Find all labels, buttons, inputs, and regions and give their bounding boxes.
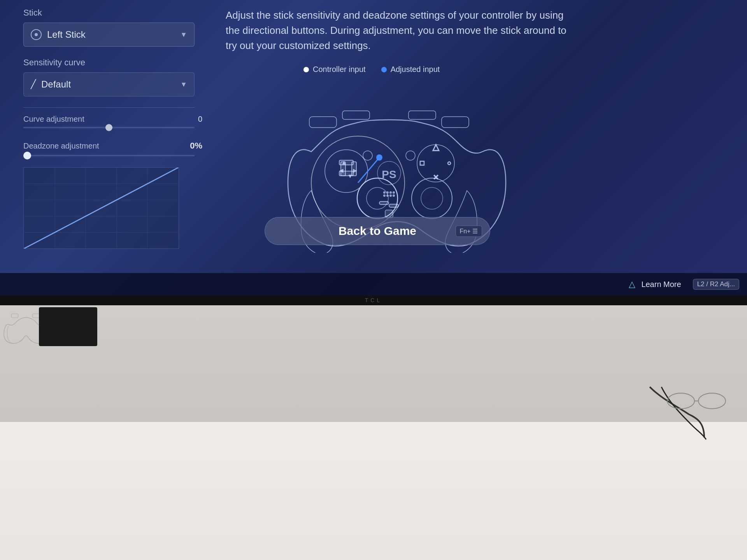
svg-text:✕: ✕ bbox=[433, 173, 439, 181]
svg-rect-42 bbox=[389, 204, 398, 207]
chevron-down-icon-2: ▼ bbox=[180, 80, 187, 89]
svg-point-34 bbox=[387, 192, 388, 193]
sensitivity-curve-graph bbox=[23, 167, 179, 249]
svg-point-25 bbox=[412, 178, 452, 219]
svg-point-44 bbox=[406, 151, 415, 160]
stick-label: Stick bbox=[23, 8, 202, 18]
divider bbox=[23, 107, 195, 108]
tv-bezel-bottom: TCL bbox=[0, 296, 747, 305]
svg-point-26 bbox=[421, 187, 443, 209]
svg-rect-50 bbox=[11, 314, 18, 318]
svg-text:▲: ▲ bbox=[342, 161, 346, 165]
svg-point-48 bbox=[376, 154, 382, 161]
curve-slider-thumb[interactable] bbox=[105, 124, 112, 131]
svg-rect-12 bbox=[442, 117, 469, 128]
black-device bbox=[39, 307, 97, 346]
left-panel: Stick Left Stick ▼ Sensitivity curve ╱ D… bbox=[23, 8, 202, 249]
deadzone-value: 0% bbox=[190, 141, 202, 151]
svg-point-38 bbox=[387, 195, 388, 196]
svg-point-24 bbox=[366, 187, 388, 209]
fn-shortcut-badge: Fn+ ☰ bbox=[456, 226, 482, 237]
right-panel: Adjust the stick sensitivity and deadzon… bbox=[226, 8, 731, 261]
svg-rect-11 bbox=[342, 111, 370, 119]
svg-point-35 bbox=[390, 192, 391, 193]
input-legend: Controller input Adjusted input bbox=[303, 65, 731, 74]
sensitivity-label: Sensitivity curve bbox=[23, 58, 202, 68]
diagonal-line-icon: ╱ bbox=[31, 79, 36, 89]
svg-point-37 bbox=[384, 195, 385, 196]
svg-line-9 bbox=[24, 168, 178, 248]
controller-input-dot bbox=[303, 67, 309, 72]
svg-text:□: □ bbox=[420, 159, 424, 167]
svg-point-53 bbox=[698, 393, 726, 409]
adjusted-input-legend: Adjusted input bbox=[381, 65, 440, 74]
sensitivity-curve-dropdown[interactable]: ╱ Default ▼ bbox=[23, 72, 195, 96]
svg-text:▶: ▶ bbox=[353, 168, 356, 173]
deadzone-slider[interactable] bbox=[23, 155, 195, 156]
adjusted-input-dot bbox=[381, 67, 387, 72]
svg-text:▼: ▼ bbox=[348, 174, 352, 178]
deadzone-label: Deadzone adjustment bbox=[23, 142, 99, 150]
glasses-item bbox=[665, 389, 728, 414]
svg-rect-13 bbox=[409, 111, 436, 119]
stick-icon bbox=[31, 29, 42, 40]
svg-line-47 bbox=[358, 158, 379, 183]
svg-point-33 bbox=[384, 192, 385, 193]
chevron-down-icon: ▼ bbox=[180, 31, 187, 39]
curve-adjustment-row: Curve adjustment 0 bbox=[23, 115, 202, 124]
svg-rect-41 bbox=[379, 201, 389, 205]
deadzone-slider-thumb[interactable] bbox=[23, 152, 31, 159]
svg-point-39 bbox=[390, 195, 391, 196]
curve-adjustment-slider[interactable] bbox=[23, 127, 195, 128]
stick-dropdown[interactable]: Left Stick ▼ bbox=[23, 23, 195, 47]
controller-input-label: Controller input bbox=[313, 65, 366, 74]
svg-point-40 bbox=[393, 195, 395, 196]
back-to-game-button[interactable]: Back to Game Fn+ ☰ bbox=[265, 217, 490, 245]
svg-text:△: △ bbox=[433, 142, 439, 152]
physical-environment: TCL SONOS bbox=[0, 296, 747, 560]
adjusted-input-label: Adjusted input bbox=[391, 65, 440, 74]
learn-more-label: Learn More bbox=[641, 280, 681, 289]
stick-value: Left Stick bbox=[47, 29, 180, 40]
learn-more-item[interactable]: △ Learn More bbox=[626, 279, 681, 290]
tv-brand-label: TCL bbox=[365, 296, 382, 305]
svg-point-43 bbox=[363, 151, 372, 160]
svg-point-52 bbox=[667, 393, 694, 409]
curve-adjustment-label: Curve adjustment bbox=[23, 115, 84, 124]
svg-rect-10 bbox=[309, 117, 337, 128]
curve-adjustment-value: 0 bbox=[198, 115, 202, 124]
tv-screen: Stick Left Stick ▼ Sensitivity curve ╱ D… bbox=[0, 0, 747, 296]
sensitivity-value: Default bbox=[41, 79, 180, 90]
svg-text:PS: PS bbox=[382, 168, 396, 180]
bottom-bar: △ Learn More L2 / R2 Adj... bbox=[0, 273, 747, 296]
back-to-game-label: Back to Game bbox=[338, 224, 416, 238]
svg-text:○: ○ bbox=[447, 159, 452, 167]
deadzone-row: Deadzone adjustment 0% bbox=[23, 141, 202, 151]
svg-rect-45 bbox=[385, 210, 393, 218]
l2-r2-badge: L2 / R2 Adj... bbox=[693, 279, 739, 290]
svg-rect-51 bbox=[32, 314, 39, 318]
svg-point-36 bbox=[393, 192, 395, 193]
svg-text:◀: ◀ bbox=[340, 168, 343, 173]
triangle-icon: △ bbox=[626, 279, 637, 290]
l2-r2-label: L2 / R2 Adj... bbox=[697, 280, 735, 288]
description-text: Adjust the stick sensitivity and deadzon… bbox=[226, 8, 576, 53]
controller-input-legend: Controller input bbox=[303, 65, 366, 74]
shelf: SONOS bbox=[0, 305, 747, 422]
